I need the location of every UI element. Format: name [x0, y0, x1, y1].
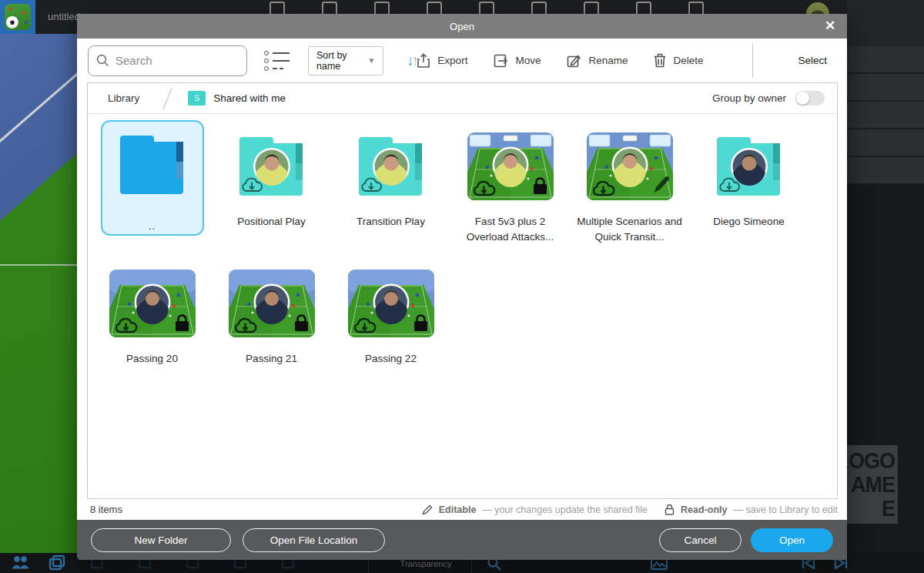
session-thumbnail — [348, 270, 434, 337]
right-side-panel: LOGO AME E — [847, 0, 924, 573]
grid-item[interactable]: Transition Play — [356, 120, 427, 257]
session-thumbnail — [467, 132, 554, 200]
group-by-owner-label: Group by owner — [712, 92, 786, 104]
readonly-legend: Read-only — save to Library to edit — [665, 504, 838, 515]
group-by-owner-toggle[interactable] — [795, 91, 825, 106]
grid-item[interactable]: Passing 20 — [109, 257, 196, 394]
grid-item[interactable]: Multiple Scenarios and Quick Transit... — [573, 120, 687, 257]
search-box[interactable] — [88, 45, 247, 76]
item-label: Diego Simeone — [713, 214, 784, 230]
players-icon[interactable] — [11, 555, 31, 571]
layers-icon[interactable] — [48, 555, 66, 571]
dialog-bottom-bar: New Folder Open File Location Cancel Ope… — [77, 520, 847, 560]
rename-pencil-icon — [567, 54, 581, 68]
item-label: .. — [149, 219, 156, 234]
dialog-footer: 8 items Editable — your changes update t… — [87, 499, 838, 520]
move-button[interactable]: Move — [494, 54, 541, 68]
item-grid: .. — [88, 114, 837, 394]
item-label: Positional Play — [237, 214, 306, 230]
chevron-down-icon: ▼ — [367, 56, 375, 65]
folder-icon — [236, 136, 307, 197]
folder-icon — [714, 136, 785, 197]
breadcrumb: Library S Shared with me Group by owner — [88, 83, 837, 114]
list-view-toggle-icon[interactable] — [264, 51, 290, 71]
move-icon — [494, 54, 508, 68]
pencil-icon — [422, 504, 433, 515]
breadcrumb-separator — [163, 87, 172, 109]
dialog-title: Open — [450, 21, 474, 32]
item-label: Fast 5v3 plus 2 Overload Attacks... — [454, 214, 567, 244]
new-folder-button[interactable]: New Folder — [91, 528, 231, 552]
item-label: Transition Play — [357, 214, 425, 230]
breadcrumb-current: Shared with me — [213, 92, 286, 104]
cancel-button[interactable]: Cancel — [659, 528, 742, 552]
lock-icon — [665, 504, 675, 515]
export-button[interactable]: Export — [417, 53, 467, 69]
shared-folder-icon: S — [188, 91, 206, 106]
grid-item[interactable]: Passing 21 — [229, 257, 315, 394]
close-icon[interactable]: ✕ — [821, 17, 839, 35]
logo-watermark: LOGO AME E — [847, 445, 898, 524]
panel-row — [847, 102, 924, 129]
grid-item[interactable]: Diego Simeone — [713, 120, 784, 257]
breadcrumb-library[interactable]: Library — [108, 92, 139, 104]
session-thumbnail — [587, 132, 673, 200]
sort-dropdown[interactable]: Sort by name ▼ — [308, 46, 383, 75]
soccer-app-icon — [5, 4, 31, 30]
editable-legend: Editable — your changes update the share… — [422, 504, 648, 515]
open-dialog: Open ✕ Sort by name ▼ ↓↑ — [77, 14, 847, 560]
grid-item[interactable]: Fast 5v3 plus 2 Overload Attacks... — [454, 120, 567, 257]
panel-row — [847, 46, 924, 74]
search-icon — [96, 54, 109, 67]
trash-icon — [654, 53, 666, 68]
folder-icon — [356, 136, 427, 197]
session-thumbnail — [109, 270, 196, 337]
open-file-location-button[interactable]: Open File Location — [243, 528, 385, 552]
folder-icon — [117, 134, 188, 196]
app-logo — [0, 0, 35, 34]
dialog-titlebar[interactable]: Open ✕ — [77, 14, 847, 39]
sort-value: Sort by name — [316, 50, 367, 72]
grid-item[interactable]: .. — [101, 120, 204, 236]
file-browser: Library S Shared with me Group by owner — [87, 82, 838, 499]
field-canvas — [0, 34, 77, 553]
item-label: Passing 20 — [126, 351, 178, 367]
item-label: Passing 21 — [246, 351, 297, 367]
item-label: Passing 22 — [365, 351, 417, 367]
panel-row — [847, 157, 924, 185]
document-title: untitled — [48, 11, 80, 22]
search-input[interactable] — [116, 54, 239, 67]
panel-row — [847, 129, 924, 157]
panel-row — [847, 74, 924, 102]
item-label: Multiple Scenarios and Quick Transit... — [573, 214, 687, 244]
export-icon — [417, 53, 430, 69]
select-button[interactable]: Select — [782, 55, 836, 66]
sort-direction-icon[interactable]: ↓↑ — [407, 52, 417, 69]
soccer-ball-icon — [6, 16, 18, 28]
transparency-label: Transparency — [383, 559, 468, 568]
open-button[interactable]: Open — [751, 528, 833, 552]
grid-item[interactable]: Positional Play — [236, 120, 307, 257]
rename-button[interactable]: Rename — [567, 54, 628, 68]
delete-button[interactable]: Delete — [654, 53, 703, 68]
session-thumbnail — [229, 270, 315, 337]
item-count: 8 items — [87, 504, 122, 515]
grid-item[interactable]: Passing 22 — [348, 257, 434, 394]
dialog-toolbar: Sort by name ▼ ↓↑ Export Move — [77, 39, 847, 82]
